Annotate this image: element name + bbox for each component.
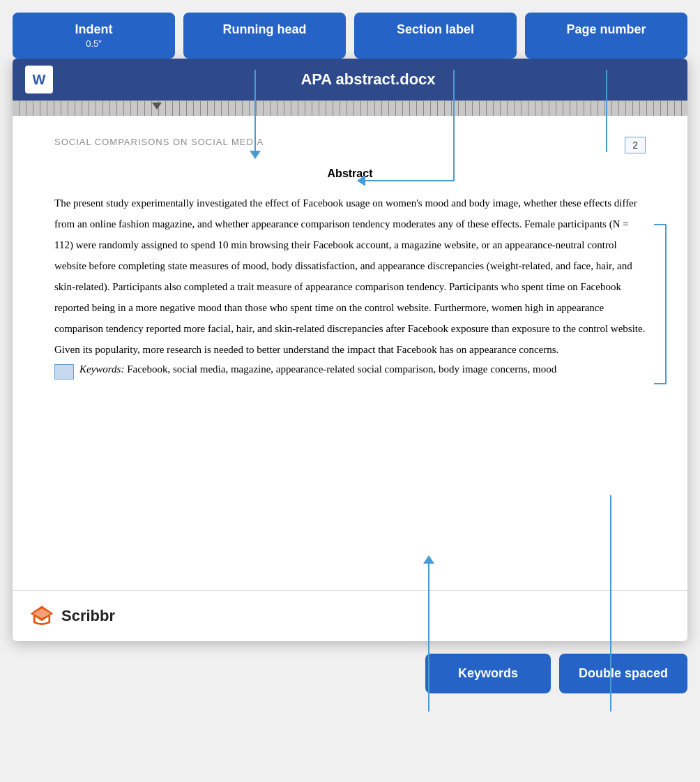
double-spaced-vline	[610, 495, 611, 712]
running-head-label-text: Running head	[223, 22, 307, 36]
word-document-title: APA abstract.docx	[61, 70, 675, 89]
indent-sub-text: 0.5"	[25, 38, 162, 49]
double-spaced-bracket	[654, 224, 667, 384]
running-head-connector-line	[254, 70, 256, 152]
running-head-arrow	[250, 151, 261, 159]
word-app: W APA abstract.docx SOCIAL COMPARISONS O…	[13, 59, 687, 641]
double-spaced-button: Double spaced	[559, 654, 687, 693]
section-label-hline	[363, 180, 455, 181]
keywords-vline	[428, 558, 429, 712]
keywords-line: Keywords: Facebook, social media, magazi…	[54, 360, 646, 379]
section-label-vline	[453, 70, 455, 181]
bottom-labels-row: Keywords Double spaced	[0, 641, 700, 706]
main-container: Indent 0.5" Running head Section label P…	[0, 0, 700, 782]
indent-label-text: Indent	[75, 22, 113, 36]
page-number-connector-line	[606, 70, 607, 152]
ruler	[13, 100, 687, 116]
page-number-box: 2	[625, 137, 646, 153]
abstract-section-title: Abstract	[54, 167, 646, 180]
abstract-title-text: Abstract	[328, 167, 373, 179]
page-number-label-text: Page number	[566, 22, 646, 36]
section-label-arrow	[357, 175, 365, 186]
keywords-bottom-button: Keywords	[425, 654, 551, 693]
document-page: SOCIAL COMPARISONS ON SOCIAL MEDIA 2 Abs…	[13, 116, 687, 590]
running-head-text: SOCIAL COMPARISONS ON SOCIAL MEDIA	[54, 137, 264, 147]
section-label-text: Section label	[397, 22, 474, 36]
scribbr-logo-icon	[29, 603, 54, 629]
keywords-arrow-up	[423, 555, 434, 564]
svg-marker-1	[33, 608, 50, 618]
indent-label-button: Indent 0.5"	[13, 13, 175, 59]
section-label-button: Section label	[354, 13, 517, 59]
keywords-indent-box	[54, 364, 74, 379]
keywords-text: Keywords: Facebook, social media, magazi…	[79, 360, 556, 379]
keywords-values-text: Facebook, social media, magazine, appear…	[127, 363, 556, 375]
word-icon: W	[25, 66, 53, 93]
running-head-label-button: Running head	[183, 13, 346, 59]
keywords-label-italic: Keywords:	[79, 363, 127, 375]
page-number-label-button: Page number	[525, 13, 687, 59]
word-icon-letter: W	[33, 72, 46, 88]
keywords-bottom-label-text: Keywords	[458, 666, 518, 680]
scribbr-area: Scribbr	[13, 590, 687, 641]
double-spaced-label-text: Double spaced	[579, 666, 668, 680]
word-titlebar: W APA abstract.docx	[13, 59, 687, 100]
ruler-indent-marker	[152, 103, 162, 110]
scribbr-logo-text: Scribbr	[61, 607, 115, 625]
doc-header: SOCIAL COMPARISONS ON SOCIAL MEDIA 2	[54, 137, 646, 153]
abstract-body-text: The present study experimentally investi…	[54, 193, 646, 360]
top-labels-row: Indent 0.5" Running head Section label P…	[0, 0, 700, 59]
